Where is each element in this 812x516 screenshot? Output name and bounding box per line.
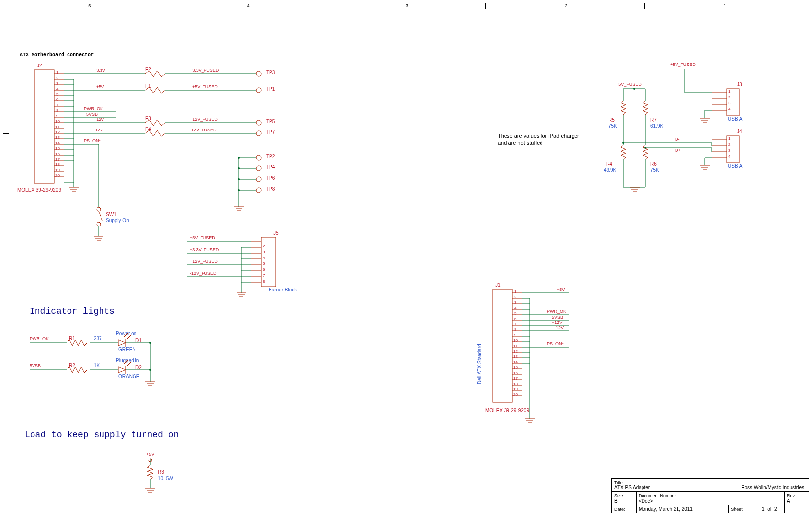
svg-point-184: [149, 342, 151, 344]
svg-text:6: 6: [56, 97, 59, 102]
svg-text:20: 20: [55, 173, 60, 178]
svg-text:ORANGE: ORANGE: [118, 374, 140, 379]
svg-text:3: 3: [728, 101, 731, 105]
svg-point-106: [256, 155, 261, 160]
svg-text:-12V_FUSED: -12V_FUSED: [190, 271, 217, 276]
svg-point-119: [238, 178, 240, 180]
svg-text:10: 10: [513, 338, 518, 343]
svg-text:6: 6: [514, 317, 517, 321]
net-5vsb: 5VSB: [64, 112, 116, 117]
svg-text:12: 12: [55, 130, 60, 134]
gnd-testpoints: TP2 TP4 TP6 TP8: [234, 154, 275, 211]
connector-j1: J1 MOLEX 39-29-9209 Dell ATX Standard 1 …: [477, 282, 569, 422]
svg-text:16: 16: [55, 152, 60, 156]
svg-text:75K: 75K: [650, 167, 659, 173]
svg-text:+5V: +5V: [557, 287, 565, 292]
svg-text:TP8: TP8: [266, 186, 275, 192]
section-indicator: Indicator lights: [30, 306, 115, 316]
svg-text:16: 16: [513, 371, 518, 375]
svg-text:13: 13: [55, 135, 60, 140]
svg-text:5VSB: 5VSB: [30, 363, 41, 368]
svg-text:75K: 75K: [609, 123, 617, 129]
svg-text:7: 7: [263, 273, 265, 278]
load-r3: +5V R3 10, 5W: [145, 452, 173, 492]
svg-text:-12V_FUSED: -12V_FUSED: [190, 128, 217, 132]
svg-text:17: 17: [513, 376, 518, 381]
tb-title-label: Title: [614, 480, 623, 485]
svg-text:+5V_FUSED: +5V_FUSED: [190, 235, 215, 240]
svg-text:14: 14: [55, 141, 60, 145]
svg-text:12: 12: [513, 349, 518, 354]
svg-text:These are values for iPad char: These are values for iPad charger: [498, 133, 579, 139]
svg-text:20: 20: [513, 392, 518, 397]
svg-text:PS_ON*: PS_ON*: [84, 138, 101, 143]
svg-text:1: 1: [56, 70, 59, 75]
svg-text:7: 7: [56, 103, 59, 107]
svg-text:5: 5: [56, 92, 59, 97]
svg-text:J1: J1: [495, 282, 501, 288]
svg-text:+5V_FUSED: +5V_FUSED: [192, 84, 218, 89]
svg-marker-175: [118, 367, 126, 373]
svg-text:1: 1: [263, 238, 265, 242]
svg-line-79: [99, 211, 102, 221]
svg-text:GREEN: GREEN: [118, 347, 136, 352]
svg-text:5VSB: 5VSB: [86, 112, 98, 117]
svg-point-48: [256, 71, 261, 76]
tb-size: B: [614, 498, 618, 504]
svg-text:3: 3: [514, 300, 517, 305]
svg-text:+12V_FUSED: +12V_FUSED: [190, 117, 218, 122]
svg-text:4: 4: [728, 107, 731, 111]
svg-text:PWR_OK: PWR_OK: [547, 309, 566, 314]
tb-date: Monday, March 21, 2011: [639, 506, 693, 512]
svg-text:4: 4: [263, 256, 265, 260]
svg-text:+12V: +12V: [94, 117, 104, 122]
svg-text:-12V: -12V: [94, 128, 103, 132]
svg-text:10, 5W: 10, 5W: [158, 476, 173, 481]
tb-rev: A: [787, 498, 790, 504]
svg-text:MOLEX 39-29-9209: MOLEX 39-29-9209: [485, 408, 529, 413]
svg-point-55: [256, 88, 261, 93]
j2-ground: [64, 79, 79, 191]
svg-point-118: [238, 167, 240, 169]
svg-text:1: 1: [514, 290, 517, 294]
tb-doc: <Doc>: [639, 498, 653, 504]
svg-text:TP7: TP7: [266, 129, 275, 135]
svg-text:TP1: TP1: [266, 86, 275, 92]
svg-text:PS_ON*: PS_ON*: [547, 341, 564, 346]
svg-text:R5: R5: [609, 117, 615, 123]
svg-text:61.9K: 61.9K: [650, 123, 663, 129]
svg-text:18: 18: [513, 382, 518, 386]
schematic-canvas: ATX Motherboard connector J2 MOLEX 39-29…: [0, 0, 812, 516]
svg-text:3: 3: [56, 81, 59, 86]
svg-text:19: 19: [513, 387, 518, 391]
svg-text:TP5: TP5: [266, 119, 275, 124]
svg-text:SW1: SW1: [106, 212, 117, 217]
svg-text:10: 10: [55, 119, 60, 124]
svg-point-112: [256, 177, 261, 182]
svg-text:J4: J4: [737, 129, 742, 134]
svg-text:3: 3: [263, 250, 265, 254]
svg-text:4: 4: [728, 154, 731, 159]
svg-text:Dell ATX Standard: Dell ATX Standard: [477, 344, 482, 384]
svg-text:8: 8: [56, 108, 59, 113]
svg-text:3: 3: [728, 148, 731, 153]
atx-header: ATX Motherboard connector: [20, 52, 94, 58]
svg-text:1: 1: [728, 136, 731, 141]
svg-text:Power on: Power on: [116, 331, 136, 336]
svg-text:+12V: +12V: [552, 320, 562, 325]
svg-point-120: [238, 189, 240, 191]
svg-text:14: 14: [513, 360, 518, 364]
svg-text:TP4: TP4: [266, 164, 275, 170]
svg-rect-198: [493, 289, 512, 402]
svg-text:R4: R4: [606, 161, 612, 167]
svg-text:USB A: USB A: [728, 116, 743, 122]
svg-text:PWR_OK: PWR_OK: [30, 336, 49, 341]
svg-text:2: 2: [56, 76, 59, 80]
tb-sheet-label: Sheet: [731, 507, 743, 512]
svg-text:15: 15: [513, 365, 518, 370]
svg-text:7: 7: [514, 322, 517, 326]
connector-j5: J5 Barrier Block 1 2 3 4 5 6 7 8 +5V_FUS…: [187, 230, 297, 297]
svg-text:USB A: USB A: [728, 163, 743, 169]
tb-rev-label: Rev: [787, 493, 795, 498]
svg-point-115: [256, 188, 261, 193]
